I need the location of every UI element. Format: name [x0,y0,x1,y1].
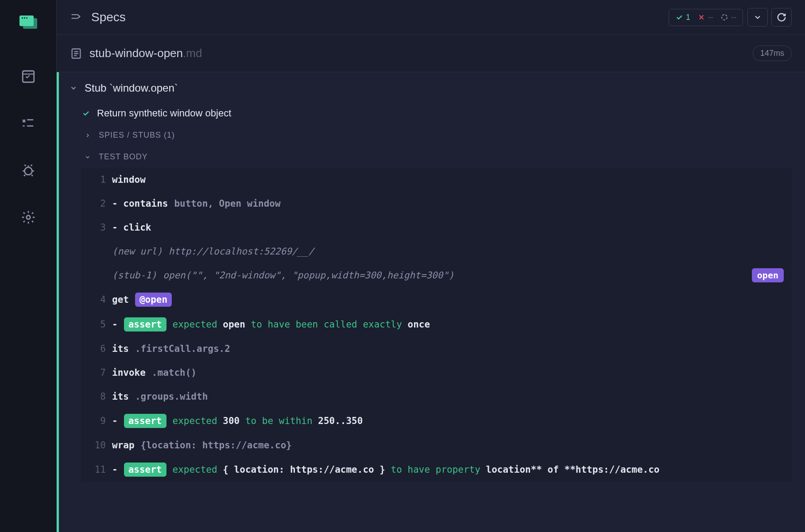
assert-tag: assert [124,463,166,477]
command-content: get@open [112,293,784,307]
command-content: -assertexpected open to have been called… [112,317,784,332]
svg-point-3 [722,15,727,20]
command-row[interactable]: 3- click [81,216,792,239]
test-stats: 1 -- -- [669,9,743,26]
assert-message: expected { location: https://acme.co } t… [173,464,660,475]
pending-icon [720,13,728,21]
test-container: Stub `window.open` Return synthetic wind… [57,72,805,532]
describe-block[interactable]: Stub `window.open` [59,72,805,102]
command-number: 6 [89,343,106,354]
alias-tag: @open [135,293,172,307]
check-icon [82,109,90,117]
command-content: - click [112,222,784,233]
svg-point-1 [24,167,32,175]
duration-badge: 147ms [753,46,792,61]
chevron-down-icon [85,154,91,160]
command-content: -assertexpected { location: https://acme… [112,463,784,477]
command-row[interactable]: 11-assertexpected { location: https://ac… [81,457,792,482]
command-row[interactable]: (new url)http://localhost:52269/__/ [81,239,792,263]
command-number: 5 [89,319,106,330]
assert-tag: assert [124,414,166,428]
command-list: 1window2- containsbutton, Open window3- … [81,168,792,482]
test-item[interactable]: Return synthetic window object [59,102,805,124]
command-row[interactable]: 2- containsbutton, Open window [81,192,792,216]
command-content: -assertexpected 300 to be within 250..35… [112,414,784,428]
logo [19,15,37,29]
file-header: stub-window-open.md 147ms [57,35,805,72]
assert-message: expected 300 to be within 250..350 [173,416,363,426]
command-content: its.groups.width [112,391,784,402]
command-number: 10 [89,440,106,451]
test-title: Return synthetic window object [97,108,231,119]
stub-badge: open [752,268,784,282]
command-row[interactable]: 10wrap{location: https://acme.co} [81,433,792,457]
header: Specs 1 -- -- [57,0,805,35]
command-content: (stub-1)open("", "2nd-window", "popup,wi… [112,270,784,281]
reload-button[interactable] [771,8,792,27]
command-row[interactable]: 5-assertexpected open to have been calle… [81,312,792,337]
command-number: 2 [89,198,106,209]
command-row[interactable]: 9-assertexpected 300 to be within 250..3… [81,409,792,433]
command-row[interactable]: 8its.groups.width [81,385,792,409]
command-number: 11 [89,464,106,475]
command-content: its.firstCall.args.2 [112,343,784,354]
command-content: - containsbutton, Open window [112,198,784,209]
sidebar [0,0,57,532]
svg-point-2 [26,216,30,220]
command-content: (new url)http://localhost:52269/__/ [112,246,784,257]
command-content: invoke.match() [112,367,784,378]
chevron-right-icon [85,132,91,139]
command-number: 3 [89,222,106,233]
command-number: 8 [89,391,106,402]
chevron-down-icon [70,84,77,92]
file-icon [70,47,82,60]
section-label: TEST BODY [99,152,148,162]
command-number: 7 [89,367,106,378]
section-spies[interactable]: SPIES / STUBS (1) [59,124,805,146]
failed-count: -- [708,13,713,22]
main-content: Specs 1 -- -- [57,0,805,532]
command-number: 1 [89,174,106,185]
section-label: SPIES / STUBS (1) [99,131,175,140]
command-number: 4 [89,294,106,305]
expand-icon[interactable] [70,12,82,23]
command-number: 9 [89,416,106,426]
command-row[interactable]: 7invoke.match() [81,361,792,385]
specs-icon[interactable] [20,69,36,85]
describe-title: Stub `window.open` [85,82,178,94]
section-body[interactable]: TEST BODY [59,146,805,168]
page-title: Specs [91,10,126,24]
assert-message: expected open to have been called exactl… [173,319,430,330]
file-name: stub-window-open.md [89,46,202,60]
check-icon [675,13,683,21]
command-row[interactable]: 1window [81,168,792,192]
command-content: wrap{location: https://acme.co} [112,440,784,451]
command-row[interactable]: open(stub-1)open("", "2nd-window", "popu… [81,263,792,287]
debug-icon[interactable] [20,162,36,178]
x-icon [697,13,705,21]
settings-icon[interactable] [20,209,36,225]
command-content: window [112,174,784,185]
command-row[interactable]: 6its.firstCall.args.2 [81,337,792,361]
chevron-down-button[interactable] [747,8,768,27]
runs-icon[interactable] [20,116,36,131]
assert-tag: assert [124,317,166,332]
command-row[interactable]: 4get@open [81,287,792,312]
pending-count: -- [731,13,736,22]
passed-count: 1 [686,13,690,22]
